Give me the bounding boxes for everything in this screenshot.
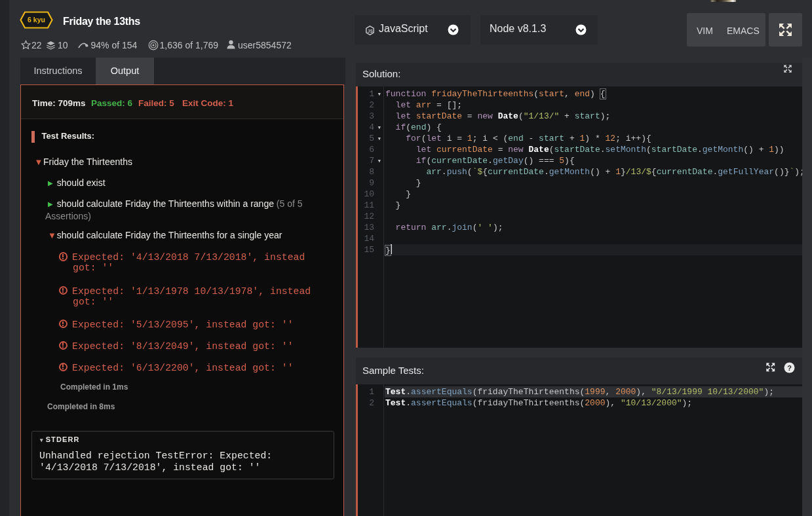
svg-text:JS: JS bbox=[368, 29, 374, 33]
svg-text:6 kyu: 6 kyu bbox=[28, 16, 45, 24]
svg-text:?: ? bbox=[787, 363, 792, 371]
